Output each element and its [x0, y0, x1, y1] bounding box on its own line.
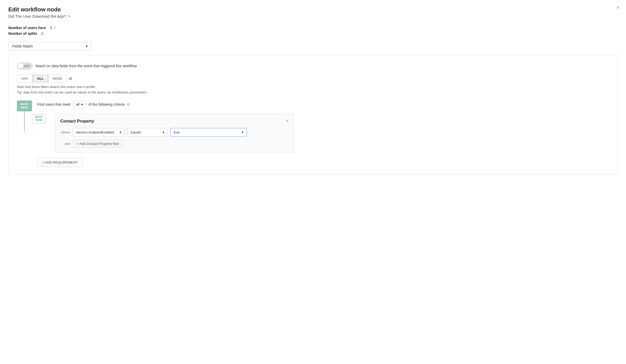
criteria-value: all — [76, 102, 80, 106]
full-section: Find users that meet all ▾ of the follow… — [32, 100, 609, 167]
fields-match-wrapper: Fields Match ▾ — [8, 42, 618, 51]
must-have-badge-outer: MUST HAVE — [17, 100, 32, 111]
criteria-prefix: Find users that meet — [37, 102, 70, 106]
copy-icon[interactable]: ⧉ — [127, 102, 130, 107]
criteria-suffix: of the following criteria — [88, 102, 125, 106]
criteria-row: Find users that meet all ▾ of the follow… — [37, 100, 609, 108]
note-text: Note that these filters search the entir… — [17, 85, 609, 89]
vertical-connector-line — [24, 111, 25, 132]
splits-row: Number of splits 2 — [8, 31, 618, 36]
toggle-row: OFF Match on data fields from the event … — [17, 62, 609, 70]
tip-text: Tip: data from the event can be used as … — [17, 90, 609, 94]
chevron-down-icon: ▾ — [120, 130, 121, 134]
toggle-switch[interactable]: OFF — [17, 62, 32, 70]
true-value-dropdown[interactable]: true ▾ — [170, 128, 247, 137]
modal-title: Edit workflow node — [8, 6, 618, 13]
add-requirement-button[interactable]: + ADD REQUIREMENT — [37, 158, 83, 167]
filter-of-text: of — [69, 77, 72, 81]
chevron-down-icon: ▾ — [162, 130, 164, 134]
splits-value: 2 — [41, 31, 43, 36]
field-value: devices.endpointEnabled — [76, 130, 114, 134]
external-link-icon[interactable]: ↗ — [53, 26, 56, 30]
contact-property-box: Contact Property × where devices.endpoin… — [55, 113, 294, 153]
modal-subtitle: Did The User Download the App? ✎ — [8, 14, 618, 18]
must-have-outer-left: MUST HAVE — [17, 100, 32, 132]
chevron-down-icon: ▾ — [81, 102, 83, 106]
close-button[interactable]: × — [616, 5, 620, 10]
where-label: where — [60, 130, 70, 134]
fields-match-dropdown[interactable]: Fields Match ▾ — [8, 42, 92, 51]
chevron-down-icon: ▾ — [86, 44, 88, 48]
any-filter-button[interactable]: ANY — [17, 75, 33, 82]
left-connector-area: MUST HAVE — [32, 113, 46, 123]
chevron-down-icon: ▾ — [242, 130, 244, 134]
all-filter-button[interactable]: ALL — [33, 75, 48, 82]
fields-match-label: Fields Match — [12, 44, 33, 48]
and-label: and — [60, 142, 70, 146]
modal-container: × Edit workflow node Did The User Downlo… — [0, 0, 626, 364]
true-value: true — [174, 130, 179, 134]
contact-property-title: Contact Property — [60, 119, 94, 124]
stats-section: Number of users here 0 ↗ Number of split… — [8, 26, 618, 36]
cp-and-row: and + Add Contact Property field — [60, 140, 289, 148]
criteria-dropdown[interactable]: all ▾ — [73, 100, 86, 108]
contact-property-header: Contact Property × — [60, 118, 289, 124]
toggle-label: OFF — [24, 64, 30, 68]
edit-icon[interactable]: ✎ — [68, 14, 71, 18]
toggle-knob — [18, 63, 23, 69]
contact-property-close-button[interactable]: × — [286, 118, 289, 124]
users-row: Number of users here 0 ↗ — [8, 26, 618, 30]
users-value: 0 ↗ — [50, 26, 56, 30]
users-label: Number of users here — [8, 26, 46, 30]
cp-where-row: where devices.endpointEnabled ▾ Equals ▾… — [60, 128, 289, 137]
main-content-box: OFF Match on data fields from the event … — [8, 55, 618, 174]
none-filter-button[interactable]: NONE — [48, 75, 67, 82]
filter-buttons: ANY ALL NONE of — [17, 75, 609, 82]
equals-dropdown[interactable]: Equals ▾ — [127, 128, 168, 137]
equals-value: Equals — [131, 130, 141, 134]
splits-label: Number of splits — [8, 31, 37, 36]
contact-property-wrapper: MUST HAVE Contact Property × where de — [32, 113, 609, 153]
subtitle-text: Did The User Download the App? — [8, 14, 66, 18]
add-contact-property-button[interactable]: + Add Contact Property field — [73, 140, 123, 148]
toggle-description: Match on data fields from the event that… — [36, 64, 137, 68]
must-have-inner-badge: MUST HAVE — [32, 114, 46, 123]
must-have-section: MUST HAVE Find users that meet all ▾ of … — [17, 100, 609, 167]
field-dropdown[interactable]: devices.endpointEnabled ▾ — [73, 128, 125, 137]
